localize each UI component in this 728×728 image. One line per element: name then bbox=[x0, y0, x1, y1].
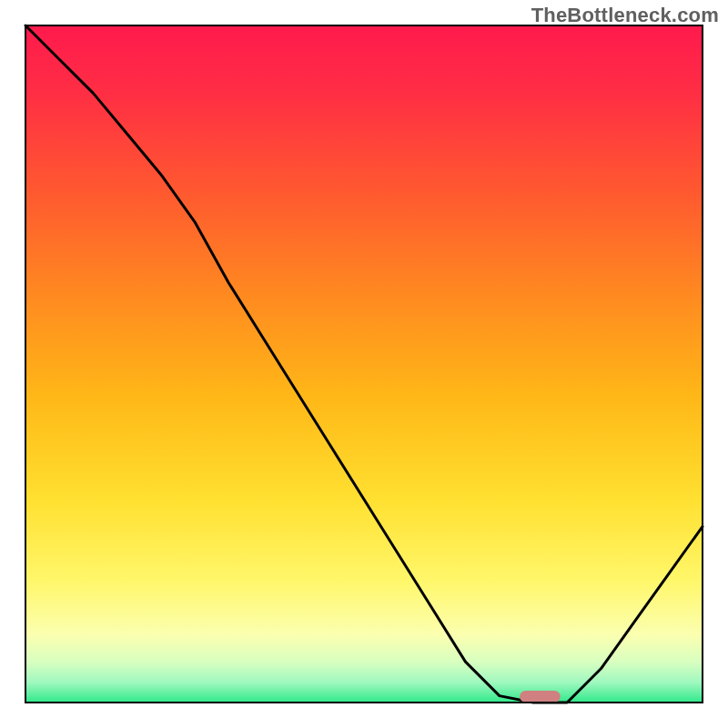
plot-background bbox=[25, 25, 703, 703]
chart-container: TheBottleneck.com bbox=[0, 0, 728, 728]
bottleneck-chart bbox=[0, 0, 728, 728]
watermark-text: TheBottleneck.com bbox=[531, 4, 719, 27]
optimal-marker bbox=[520, 691, 561, 703]
